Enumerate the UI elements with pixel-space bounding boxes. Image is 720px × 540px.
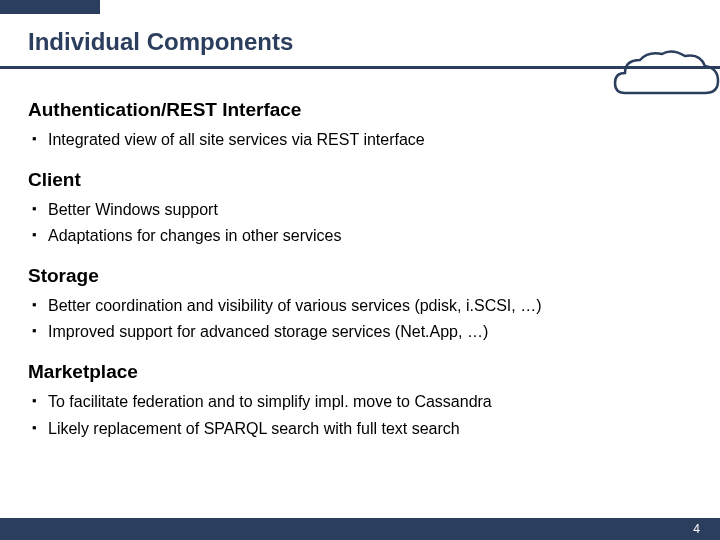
title-accent-bar [0,0,100,14]
section-heading-marketplace: Marketplace [28,361,692,383]
bullet-item: Improved support for advanced storage se… [28,321,692,343]
bullet-item: To facilitate federation and to simplify… [28,391,692,413]
section-heading-client: Client [28,169,692,191]
page-number: 4 [693,522,700,536]
bullet-item: Better Windows support [28,199,692,221]
bullet-item: Adaptations for changes in other service… [28,225,692,247]
content-area: Authentication/REST Interface Integrated… [0,69,720,439]
bullet-item: Likely replacement of SPARQL search with… [28,418,692,440]
footer-bar: 4 [0,518,720,540]
bullet-item: Better coordination and visibility of va… [28,295,692,317]
section-heading-auth: Authentication/REST Interface [28,99,692,121]
bullet-item: Integrated view of all site services via… [28,129,692,151]
cloud-icon [610,48,720,108]
section-heading-storage: Storage [28,265,692,287]
